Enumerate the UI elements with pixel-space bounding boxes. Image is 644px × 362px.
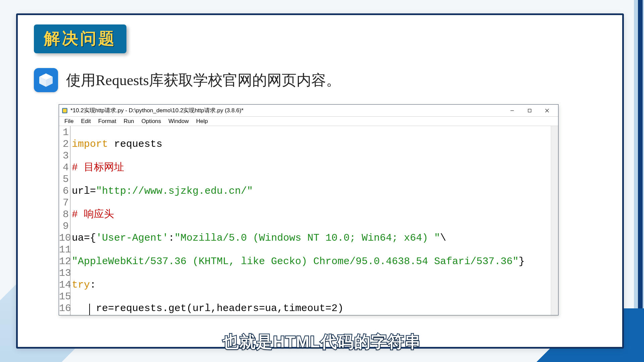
code-text[interactable]: import requests # 目标网址 url="http://www.s… [70, 126, 551, 315]
menu-file[interactable]: File [61, 117, 77, 125]
code-line: # 目标网址 [72, 162, 547, 174]
line-number: 1 [59, 127, 69, 138]
line-number-gutter: 1 2 3 4 5 6 7 8 9 10 11 12 13 14 15 16 [59, 126, 70, 315]
code-line: import requests [72, 138, 547, 150]
window-title: *10.2实现http请求.py - D:\python_demo\10.2实现… [70, 107, 504, 114]
line-number: 5 [59, 174, 69, 185]
title-badge-text: 解决问题 [44, 29, 116, 47]
line-number: 3 [59, 150, 69, 162]
video-subtitle: 也就是HTML代码的字符串 [223, 331, 421, 353]
line-number: 13 [59, 267, 69, 279]
line-number: 16 [59, 303, 69, 314]
menu-run[interactable]: Run [120, 117, 138, 125]
idle-window: *10.2实现http请求.py - D:\python_demo\10.2实现… [59, 104, 558, 315]
line-number: 2 [59, 138, 69, 150]
line-number: 4 [59, 162, 69, 174]
window-titlebar[interactable]: *10.2实现http请求.py - D:\python_demo\10.2实现… [59, 105, 558, 117]
python-idle-icon [62, 108, 68, 114]
code-line: "AppleWebKit/537.36 (KHTML, like Gecko) … [72, 256, 547, 267]
maximize-button[interactable] [521, 106, 538, 116]
menu-window[interactable]: Window [165, 117, 192, 125]
task-row: 使用Requests库获取学校官网的网页内容。 [34, 68, 609, 92]
vertical-scrollbar[interactable] [551, 126, 558, 315]
task-text: 使用Requests库获取学校官网的网页内容。 [66, 70, 341, 90]
title-badge: 解决问题 [34, 24, 126, 53]
code-line: url="http://www.sjzkg.edu.cn/" [72, 185, 547, 197]
line-number: 14 [59, 279, 69, 291]
menu-edit[interactable]: Edit [77, 117, 94, 125]
menu-help[interactable]: Help [193, 117, 211, 125]
line-number: 9 [59, 221, 69, 232]
text-cursor [89, 304, 90, 315]
line-number: 6 [59, 185, 69, 197]
line-number: 7 [59, 197, 69, 209]
line-number: 12 [59, 256, 69, 267]
line-number: 10 [59, 232, 69, 244]
code-line: try: [72, 279, 547, 291]
svg-rect-3 [528, 109, 531, 112]
line-number: 8 [59, 209, 69, 221]
box-icon [34, 68, 58, 92]
code-line: ua={'User-Agent':"Mozilla/5.0 (Windows N… [72, 232, 547, 244]
line-number: 11 [59, 244, 69, 256]
menubar: File Edit Format Run Options Window Help [59, 117, 558, 126]
line-number: 15 [59, 291, 69, 303]
svg-rect-1 [63, 109, 66, 112]
slide-card: 解决问题 使用Requests库获取学校官网的网页内容。 *10.2实现http… [16, 13, 624, 349]
menu-format[interactable]: Format [95, 117, 120, 125]
page-background: 解决问题 使用Requests库获取学校官网的网页内容。 *10.2实现http… [0, 0, 644, 362]
code-line: # 响应头 [72, 209, 547, 221]
menu-options[interactable]: Options [138, 117, 165, 125]
minimize-button[interactable] [504, 106, 521, 116]
code-line: re=requests.get(url,headers=ua,timeout=2… [72, 303, 547, 314]
code-area[interactable]: 1 2 3 4 5 6 7 8 9 10 11 12 13 14 15 16 [59, 126, 558, 315]
accent-stripe-right-dark [638, 0, 643, 362]
window-controls [504, 106, 555, 116]
close-button[interactable] [539, 106, 555, 116]
